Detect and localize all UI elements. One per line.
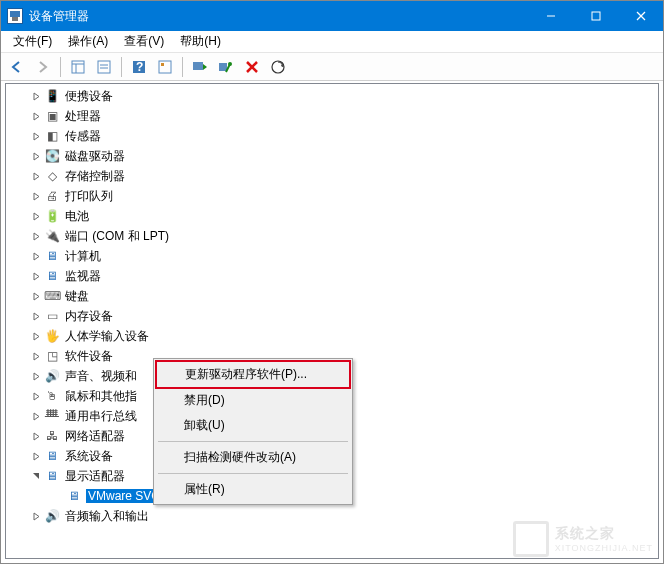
action-button[interactable] — [153, 55, 177, 79]
tree-node[interactable]: ▭内存设备 — [6, 306, 658, 326]
tree-node[interactable]: ⌨键盘 — [6, 286, 658, 306]
sensor-icon: ◧ — [44, 128, 60, 144]
maximize-icon — [591, 11, 601, 21]
expand-icon[interactable] — [28, 508, 44, 524]
back-button[interactable] — [5, 55, 29, 79]
ctx-separator — [158, 441, 348, 442]
help-icon: ? — [132, 60, 146, 74]
toolbar-separator — [121, 57, 122, 77]
maximize-button[interactable] — [573, 1, 618, 31]
tree-node[interactable]: 🔊音频输入和输出 — [6, 506, 658, 526]
tree-node[interactable]: 🖥监视器 — [6, 266, 658, 286]
svg-point-18 — [228, 62, 232, 66]
tree-node[interactable]: 🔌端口 (COM 和 LPT) — [6, 226, 658, 246]
disable-button[interactable] — [214, 55, 238, 79]
ctx-disable[interactable]: 禁用(D) — [156, 388, 350, 413]
tree-node-label: 计算机 — [64, 248, 102, 265]
menu-bar: 文件(F) 操作(A) 查看(V) 帮助(H) — [1, 31, 663, 53]
expand-icon[interactable] — [28, 388, 44, 404]
expand-icon[interactable] — [28, 408, 44, 424]
tree-node-label: 声音、视频和 — [64, 368, 138, 385]
expand-icon[interactable] — [28, 148, 44, 164]
panel-icon — [71, 60, 85, 74]
svg-rect-6 — [72, 61, 84, 73]
svg-rect-0 — [10, 11, 20, 17]
close-icon — [636, 11, 646, 21]
properties-icon — [97, 60, 111, 74]
display-adapter-icon: 🖥 — [66, 488, 82, 504]
back-arrow-icon — [10, 60, 24, 74]
tree-node[interactable]: ◧传感器 — [6, 126, 658, 146]
svg-rect-14 — [159, 61, 171, 73]
tree-node-label: 内存设备 — [64, 308, 114, 325]
tree-node-label: 鼠标和其他指 — [64, 388, 138, 405]
ctx-scan-hardware[interactable]: 扫描检测硬件改动(A) — [156, 445, 350, 470]
menu-action[interactable]: 操作(A) — [60, 31, 116, 52]
expand-icon[interactable] — [28, 308, 44, 324]
expand-icon[interactable] — [28, 168, 44, 184]
tree-node[interactable]: 🔋电池 — [6, 206, 658, 226]
minimize-button[interactable] — [528, 1, 573, 31]
action-icon — [158, 60, 172, 74]
forward-arrow-icon — [36, 60, 50, 74]
expand-icon[interactable] — [28, 368, 44, 384]
forward-button[interactable] — [31, 55, 55, 79]
svg-rect-1 — [12, 17, 18, 21]
expand-icon[interactable] — [28, 268, 44, 284]
tree-node-label: 便携设备 — [64, 88, 114, 105]
portable-device-icon: 📱 — [44, 88, 60, 104]
properties-button[interactable] — [92, 55, 116, 79]
storage-controller-icon: ◇ — [44, 168, 60, 184]
tree-node-label: 打印队列 — [64, 188, 114, 205]
help-button[interactable]: ? — [127, 55, 151, 79]
expand-icon[interactable] — [28, 188, 44, 204]
expand-icon[interactable] — [28, 248, 44, 264]
tree-node-label: 网络适配器 — [64, 428, 126, 445]
tree-node-label: 键盘 — [64, 288, 90, 305]
window-title: 设备管理器 — [29, 8, 528, 25]
svg-point-21 — [272, 61, 284, 73]
expand-icon[interactable] — [28, 348, 44, 364]
tree-node-label: 显示适配器 — [64, 468, 126, 485]
expand-icon[interactable] — [28, 448, 44, 464]
menu-help[interactable]: 帮助(H) — [172, 31, 229, 52]
expand-icon[interactable] — [28, 228, 44, 244]
toolbar-separator — [60, 57, 61, 77]
tree-node-label: 磁盘驱动器 — [64, 148, 126, 165]
tree-node[interactable]: 🖨打印队列 — [6, 186, 658, 206]
tree-node[interactable]: 🖐人体学输入设备 — [6, 326, 658, 346]
tree-node-label: 人体学输入设备 — [64, 328, 150, 345]
ctx-uninstall[interactable]: 卸载(U) — [156, 413, 350, 438]
expand-icon[interactable] — [28, 108, 44, 124]
svg-rect-15 — [161, 63, 164, 66]
expand-icon[interactable] — [28, 428, 44, 444]
svg-text:?: ? — [136, 60, 143, 74]
scan-hardware-button[interactable] — [266, 55, 290, 79]
menu-file[interactable]: 文件(F) — [5, 31, 60, 52]
tree-node[interactable]: 💽磁盘驱动器 — [6, 146, 658, 166]
expand-icon[interactable] — [28, 328, 44, 344]
ctx-properties[interactable]: 属性(R) — [156, 477, 350, 502]
tree-node[interactable]: 📱便携设备 — [6, 86, 658, 106]
usb-icon: ᚙ — [44, 408, 60, 424]
show-hide-tree-button[interactable] — [66, 55, 90, 79]
tree-node[interactable]: ◇存储控制器 — [6, 166, 658, 186]
tree-node[interactable]: 🖥计算机 — [6, 246, 658, 266]
svg-rect-17 — [219, 63, 227, 71]
expand-icon[interactable] — [28, 288, 44, 304]
uninstall-button[interactable] — [240, 55, 264, 79]
toolbar: ? — [1, 53, 663, 81]
expand-icon[interactable] — [28, 208, 44, 224]
hid-icon: 🖐 — [44, 328, 60, 344]
menu-view[interactable]: 查看(V) — [116, 31, 172, 52]
tree-node[interactable]: ▣处理器 — [6, 106, 658, 126]
expand-icon[interactable] — [28, 88, 44, 104]
tree-node-label: 通用串行总线 — [64, 408, 138, 425]
battery-icon: 🔋 — [44, 208, 60, 224]
svg-rect-3 — [592, 12, 600, 20]
expand-icon[interactable] — [28, 128, 44, 144]
ctx-update-driver[interactable]: 更新驱动程序软件(P)... — [155, 360, 351, 389]
collapse-icon[interactable] — [28, 468, 44, 484]
close-button[interactable] — [618, 1, 663, 31]
update-driver-button[interactable] — [188, 55, 212, 79]
